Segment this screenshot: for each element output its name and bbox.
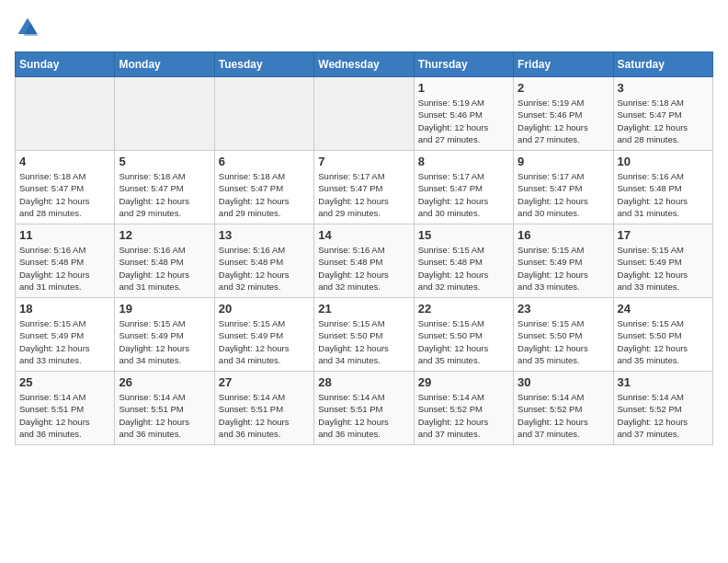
day-cell: 8Sunrise: 5:17 AM Sunset: 5:47 PM Daylig…: [414, 151, 513, 224]
day-number: 23: [518, 302, 609, 316]
logo: [15, 15, 44, 40]
day-cell: 27Sunrise: 5:14 AM Sunset: 5:51 PM Dayli…: [214, 372, 313, 445]
day-info: Sunrise: 5:14 AM Sunset: 5:52 PM Dayligh…: [518, 391, 609, 440]
day-cell: 21Sunrise: 5:15 AM Sunset: 5:50 PM Dayli…: [314, 298, 414, 372]
day-info: Sunrise: 5:14 AM Sunset: 5:51 PM Dayligh…: [318, 391, 409, 440]
day-info: Sunrise: 5:15 AM Sunset: 5:49 PM Dayligh…: [618, 244, 709, 293]
day-info: Sunrise: 5:16 AM Sunset: 5:48 PM Dayligh…: [318, 244, 409, 293]
col-header-saturday: Saturday: [613, 52, 712, 77]
col-header-friday: Friday: [514, 52, 613, 77]
page-header: [15, 15, 713, 40]
day-info: Sunrise: 5:15 AM Sunset: 5:50 PM Dayligh…: [318, 317, 409, 366]
col-header-monday: Monday: [115, 52, 214, 77]
day-cell: 12Sunrise: 5:16 AM Sunset: 5:48 PM Dayli…: [115, 224, 214, 298]
day-cell: 5Sunrise: 5:18 AM Sunset: 5:47 PM Daylig…: [115, 151, 214, 224]
col-header-wednesday: Wednesday: [314, 52, 414, 77]
day-cell: [115, 77, 214, 151]
day-number: 20: [219, 302, 310, 316]
day-number: 12: [119, 228, 210, 242]
day-info: Sunrise: 5:18 AM Sunset: 5:47 PM Dayligh…: [219, 170, 310, 219]
day-number: 7: [318, 155, 409, 168]
day-cell: 4Sunrise: 5:18 AM Sunset: 5:47 PM Daylig…: [16, 151, 115, 224]
day-info: Sunrise: 5:16 AM Sunset: 5:48 PM Dayligh…: [219, 244, 310, 293]
col-header-tuesday: Tuesday: [214, 52, 313, 77]
day-cell: 16Sunrise: 5:15 AM Sunset: 5:49 PM Dayli…: [514, 224, 613, 298]
day-cell: 30Sunrise: 5:14 AM Sunset: 5:52 PM Dayli…: [514, 372, 613, 445]
day-info: Sunrise: 5:17 AM Sunset: 5:47 PM Dayligh…: [318, 170, 409, 219]
day-number: 22: [418, 302, 509, 316]
day-number: 25: [19, 375, 110, 389]
day-number: 3: [618, 81, 709, 95]
day-number: 11: [19, 228, 110, 242]
day-cell: 3Sunrise: 5:18 AM Sunset: 5:47 PM Daylig…: [613, 77, 712, 151]
day-number: 27: [219, 375, 310, 389]
day-number: 2: [518, 81, 609, 95]
day-number: 26: [119, 375, 210, 389]
calendar-header-row: SundayMondayTuesdayWednesdayThursdayFrid…: [16, 52, 713, 77]
day-info: Sunrise: 5:15 AM Sunset: 5:50 PM Dayligh…: [418, 317, 509, 366]
week-row-3: 11Sunrise: 5:16 AM Sunset: 5:48 PM Dayli…: [16, 224, 713, 298]
day-info: Sunrise: 5:15 AM Sunset: 5:49 PM Dayligh…: [219, 317, 310, 366]
day-number: 15: [418, 228, 509, 242]
day-info: Sunrise: 5:15 AM Sunset: 5:48 PM Dayligh…: [418, 244, 509, 293]
day-cell: [314, 77, 414, 151]
day-number: 8: [418, 155, 509, 168]
day-cell: [214, 77, 313, 151]
day-info: Sunrise: 5:15 AM Sunset: 5:50 PM Dayligh…: [618, 317, 709, 366]
day-cell: 1Sunrise: 5:19 AM Sunset: 5:46 PM Daylig…: [414, 77, 513, 151]
logo-icon: [15, 15, 40, 40]
day-cell: 29Sunrise: 5:14 AM Sunset: 5:52 PM Dayli…: [414, 372, 513, 445]
day-cell: 17Sunrise: 5:15 AM Sunset: 5:49 PM Dayli…: [613, 224, 712, 298]
col-header-sunday: Sunday: [16, 52, 115, 77]
day-number: 17: [618, 228, 709, 242]
day-number: 6: [219, 155, 310, 168]
day-number: 4: [19, 155, 110, 168]
day-info: Sunrise: 5:15 AM Sunset: 5:49 PM Dayligh…: [119, 317, 210, 366]
day-info: Sunrise: 5:19 AM Sunset: 5:46 PM Dayligh…: [518, 97, 609, 145]
day-cell: 22Sunrise: 5:15 AM Sunset: 5:50 PM Dayli…: [414, 298, 513, 372]
day-info: Sunrise: 5:19 AM Sunset: 5:46 PM Dayligh…: [418, 97, 509, 145]
day-cell: 26Sunrise: 5:14 AM Sunset: 5:51 PM Dayli…: [115, 372, 214, 445]
day-number: 31: [618, 375, 709, 389]
day-info: Sunrise: 5:14 AM Sunset: 5:52 PM Dayligh…: [618, 391, 709, 440]
day-cell: 13Sunrise: 5:16 AM Sunset: 5:48 PM Dayli…: [214, 224, 313, 298]
day-info: Sunrise: 5:16 AM Sunset: 5:48 PM Dayligh…: [618, 170, 709, 219]
day-cell: 7Sunrise: 5:17 AM Sunset: 5:47 PM Daylig…: [314, 151, 414, 224]
day-cell: 9Sunrise: 5:17 AM Sunset: 5:47 PM Daylig…: [514, 151, 613, 224]
day-cell: 14Sunrise: 5:16 AM Sunset: 5:48 PM Dayli…: [314, 224, 414, 298]
day-cell: 31Sunrise: 5:14 AM Sunset: 5:52 PM Dayli…: [613, 372, 712, 445]
col-header-thursday: Thursday: [414, 52, 513, 77]
day-cell: 6Sunrise: 5:18 AM Sunset: 5:47 PM Daylig…: [214, 151, 313, 224]
week-row-2: 4Sunrise: 5:18 AM Sunset: 5:47 PM Daylig…: [16, 151, 713, 224]
day-info: Sunrise: 5:14 AM Sunset: 5:51 PM Dayligh…: [19, 391, 110, 440]
day-number: 21: [318, 302, 409, 316]
day-cell: 2Sunrise: 5:19 AM Sunset: 5:46 PM Daylig…: [514, 77, 613, 151]
week-row-4: 18Sunrise: 5:15 AM Sunset: 5:49 PM Dayli…: [16, 298, 713, 372]
day-cell: 28Sunrise: 5:14 AM Sunset: 5:51 PM Dayli…: [314, 372, 414, 445]
week-row-1: 1Sunrise: 5:19 AM Sunset: 5:46 PM Daylig…: [16, 77, 713, 151]
day-number: 13: [219, 228, 310, 242]
day-number: 5: [119, 155, 210, 168]
week-row-5: 25Sunrise: 5:14 AM Sunset: 5:51 PM Dayli…: [16, 372, 713, 445]
day-info: Sunrise: 5:15 AM Sunset: 5:49 PM Dayligh…: [19, 317, 110, 366]
calendar-table: SundayMondayTuesdayWednesdayThursdayFrid…: [15, 52, 713, 445]
day-number: 1: [418, 81, 509, 95]
day-number: 29: [418, 375, 509, 389]
day-number: 9: [518, 155, 609, 168]
day-info: Sunrise: 5:16 AM Sunset: 5:48 PM Dayligh…: [119, 244, 210, 293]
day-info: Sunrise: 5:18 AM Sunset: 5:47 PM Dayligh…: [618, 97, 709, 145]
day-info: Sunrise: 5:16 AM Sunset: 5:48 PM Dayligh…: [19, 244, 110, 293]
day-info: Sunrise: 5:18 AM Sunset: 5:47 PM Dayligh…: [19, 170, 110, 219]
day-info: Sunrise: 5:17 AM Sunset: 5:47 PM Dayligh…: [418, 170, 509, 219]
day-info: Sunrise: 5:14 AM Sunset: 5:51 PM Dayligh…: [219, 391, 310, 440]
day-cell: 15Sunrise: 5:15 AM Sunset: 5:48 PM Dayli…: [414, 224, 513, 298]
day-number: 16: [518, 228, 609, 242]
day-number: 14: [318, 228, 409, 242]
day-cell: 23Sunrise: 5:15 AM Sunset: 5:50 PM Dayli…: [514, 298, 613, 372]
day-cell: 10Sunrise: 5:16 AM Sunset: 5:48 PM Dayli…: [613, 151, 712, 224]
day-cell: 25Sunrise: 5:14 AM Sunset: 5:51 PM Dayli…: [16, 372, 115, 445]
day-cell: 24Sunrise: 5:15 AM Sunset: 5:50 PM Dayli…: [613, 298, 712, 372]
day-number: 28: [318, 375, 409, 389]
day-cell: [16, 77, 115, 151]
day-cell: 19Sunrise: 5:15 AM Sunset: 5:49 PM Dayli…: [115, 298, 214, 372]
